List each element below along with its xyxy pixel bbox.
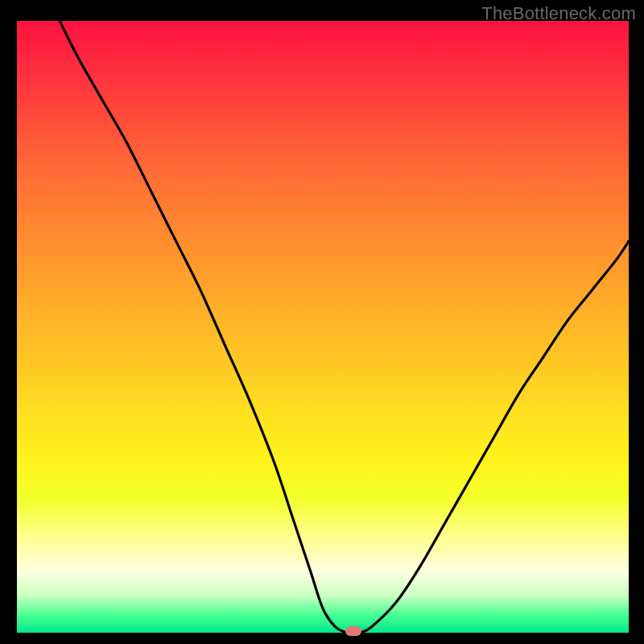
plot-area bbox=[17, 21, 629, 633]
bottleneck-curve bbox=[17, 21, 629, 633]
chart-frame: TheBottleneck.com bbox=[0, 0, 644, 644]
watermark-text: TheBottleneck.com bbox=[481, 3, 636, 24]
optimum-marker bbox=[345, 626, 361, 636]
